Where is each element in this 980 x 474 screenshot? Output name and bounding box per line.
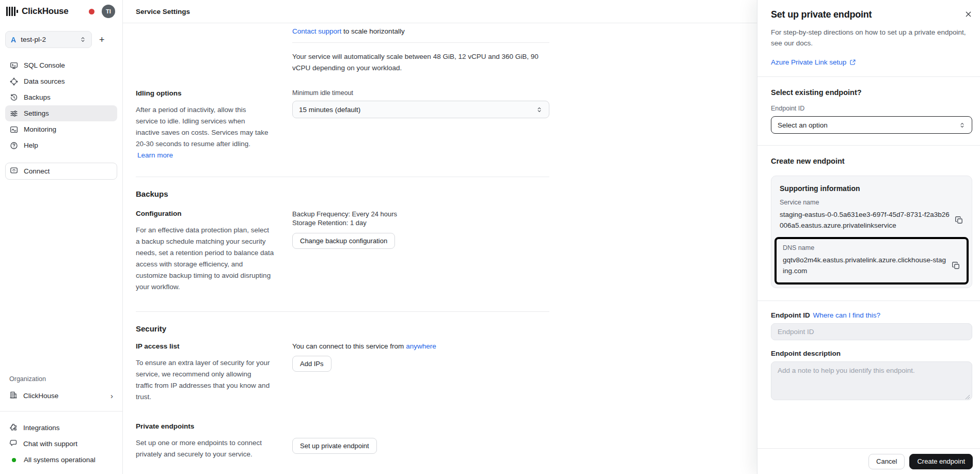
sidebar-item-label: Help: [24, 141, 38, 149]
divider: [757, 301, 980, 301]
docs-link-row: Azure Private Link setup: [771, 58, 972, 66]
add-service-button[interactable]: +: [99, 35, 105, 44]
service-name-value: staging-eastus-0-0.5a631ee3-697f-45d7-87…: [780, 209, 950, 231]
sidebar-item-help[interactable]: Help: [5, 137, 117, 153]
drawer-footer: Cancel Create endpoint: [757, 448, 980, 474]
footer-item-label: Chat with support: [23, 440, 77, 448]
chevron-updown-icon: [536, 106, 543, 113]
footer-item-label: Integrations: [23, 424, 60, 432]
sidebar-nav: SQL Console Data sources Backups Setting…: [5, 57, 117, 153]
chevron-updown-icon: [80, 36, 86, 43]
private-endpoints-row: Private endpoints Set up one or more end…: [136, 422, 549, 460]
terminal-icon: [9, 61, 18, 70]
connect-label: Connect: [24, 167, 50, 175]
connect-icon: [10, 166, 18, 176]
clickhouse-logo-icon: [6, 7, 18, 16]
ip-access-title: IP access list: [136, 342, 292, 350]
sidebar-item-label: Backups: [24, 93, 51, 101]
organization-item[interactable]: ClickHouse ›: [5, 388, 117, 404]
dns-name-value: gqtv8o2m4k.eastus.privatelink.azure.clic…: [783, 255, 946, 276]
backups-row: Configuration For an effective data prot…: [136, 210, 549, 293]
create-new-title: Create new endpoint: [771, 157, 972, 165]
divider: [757, 145, 980, 146]
endpoint-id-input[interactable]: [771, 323, 972, 340]
dns-name-highlight-box: DNS name gqtv8o2m4k.eastus.privatelink.a…: [774, 237, 969, 285]
idling-title: Idling options: [136, 89, 292, 97]
idling-description: After a period of inactivity, allow this…: [136, 104, 270, 161]
puzzle-icon: [9, 423, 18, 433]
sidebar-item-settings[interactable]: Settings: [5, 105, 117, 121]
drawer-description: For step-by-step directions on how to se…: [771, 27, 972, 49]
organization-name: ClickHouse: [23, 392, 58, 400]
azure-private-link-setup-link[interactable]: Azure Private Link setup: [771, 58, 846, 66]
service-name: test-pl-2: [21, 36, 46, 43]
change-backup-config-button[interactable]: Change backup configuration: [292, 233, 395, 249]
idle-timeout-select[interactable]: 15 minutes (default): [292, 101, 549, 118]
service-name-label: Service name: [780, 199, 963, 206]
scaling-row: Contact support to scale horizontally Yo…: [136, 23, 549, 74]
sidebar-item-integrations[interactable]: Integrations: [5, 420, 117, 436]
sidebar: ClickHouse TI A test-pl-2 + SQL Console …: [0, 0, 123, 474]
add-ips-button[interactable]: Add IPs: [292, 356, 331, 372]
drawer-title: Set up private endpoint: [771, 9, 872, 20]
status-ok-icon: [12, 458, 16, 462]
divider: [757, 76, 980, 77]
cancel-button[interactable]: Cancel: [868, 454, 905, 469]
endpoint-id-select-label: Endpoint ID: [771, 105, 972, 112]
close-icon[interactable]: [965, 10, 972, 18]
idle-timeout-label: Minimum idle timeout: [292, 89, 549, 97]
sidebar-item-data-sources[interactable]: Data sources: [5, 73, 117, 89]
service-selector[interactable]: A test-pl-2: [5, 31, 92, 48]
sidebar-item-monitoring[interactable]: Monitoring: [5, 121, 117, 137]
select-existing-title: Select existing endpoint?: [771, 88, 972, 97]
where-can-i-find-this-link[interactable]: Where can I find this?: [813, 311, 881, 319]
sidebar-item-label: Monitoring: [24, 125, 56, 133]
copy-icon[interactable]: [952, 261, 960, 270]
divider: [292, 42, 549, 43]
chart-icon: [9, 125, 18, 134]
external-link-icon: [849, 59, 856, 66]
contact-support-suffix: to scale horizontally: [343, 27, 405, 35]
dns-name-label: DNS name: [783, 244, 960, 251]
endpoint-description-textarea[interactable]: [771, 361, 972, 400]
sidebar-item-backups[interactable]: Backups: [5, 89, 117, 105]
sidebar-item-label: Data sources: [24, 77, 65, 85]
security-title: Security: [136, 324, 549, 333]
sidebar-item-chat-support[interactable]: Chat with support: [5, 436, 117, 452]
backup-frequency: Backup Frequency: Every 24 hours: [292, 210, 549, 218]
contact-support-link[interactable]: Contact support: [292, 27, 341, 35]
private-endpoints-title: Private endpoints: [136, 422, 292, 430]
backup-config-title: Configuration: [136, 210, 292, 217]
logo-text: ClickHouse: [22, 6, 69, 17]
storage-retention: Storage Retention: 1 day: [292, 218, 549, 227]
learn-more-link[interactable]: Learn more: [137, 151, 173, 159]
chevron-updown-icon: [959, 122, 966, 129]
create-endpoint-button[interactable]: Create endpoint: [909, 454, 973, 469]
footer-item-label: All systems operational: [24, 456, 96, 464]
avatar[interactable]: TI: [102, 5, 115, 18]
ip-access-description: To ensure an extra layer of security for…: [136, 357, 270, 403]
status-dot: [89, 9, 94, 14]
divider: [136, 311, 549, 312]
connect-from-line: You can connect to this service from any…: [292, 342, 549, 350]
backups-title: Backups: [136, 189, 549, 198]
endpoint-id-select[interactable]: Select an option: [771, 116, 972, 134]
system-status-item[interactable]: All systems operational: [5, 452, 117, 468]
chevron-right-icon: ›: [110, 391, 113, 400]
auto-scale-text: Your service will automatically scale be…: [292, 51, 549, 74]
organization-label: Organization: [9, 375, 117, 383]
copy-icon[interactable]: [955, 216, 963, 225]
sidebar-item-label: Settings: [24, 109, 49, 117]
data-sources-icon: [9, 77, 18, 86]
sidebar-item-sql-console[interactable]: SQL Console: [5, 57, 117, 73]
idle-timeout-value: 15 minutes (default): [299, 106, 360, 114]
connect-button[interactable]: Connect: [5, 163, 117, 180]
chat-bubble-icon: [9, 439, 18, 449]
endpoint-select-value: Select an option: [778, 121, 828, 129]
supporting-information-card: Supporting information Service name stag…: [771, 176, 972, 288]
anywhere-link[interactable]: anywhere: [406, 342, 436, 350]
idling-row: Idling options After a period of inactiv…: [136, 89, 549, 161]
setup-private-endpoint-button[interactable]: Set up private endpoint: [292, 438, 377, 454]
building-icon: [9, 391, 18, 401]
ip-access-row: IP access list To ensure an extra layer …: [136, 342, 549, 403]
